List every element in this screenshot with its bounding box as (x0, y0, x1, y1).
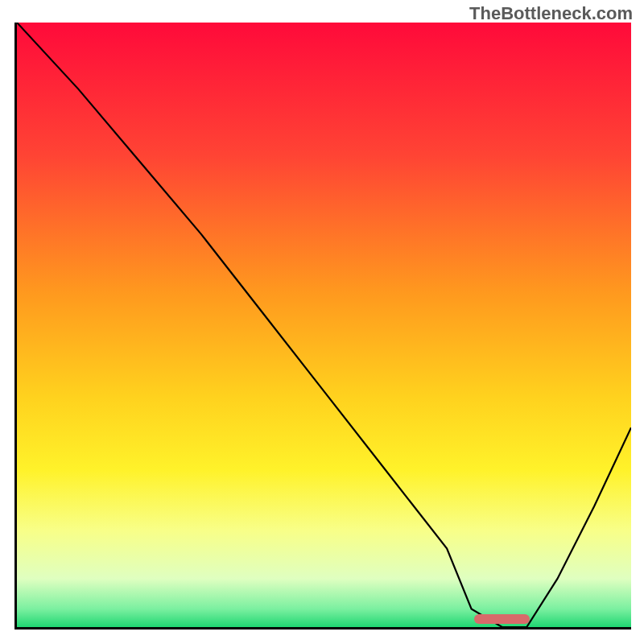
bottleneck-curve (17, 23, 631, 627)
curve-layer (17, 23, 631, 627)
plot-area (14, 23, 631, 630)
optimal-marker (474, 614, 530, 624)
watermark-text: TheBottleneck.com (469, 3, 633, 24)
